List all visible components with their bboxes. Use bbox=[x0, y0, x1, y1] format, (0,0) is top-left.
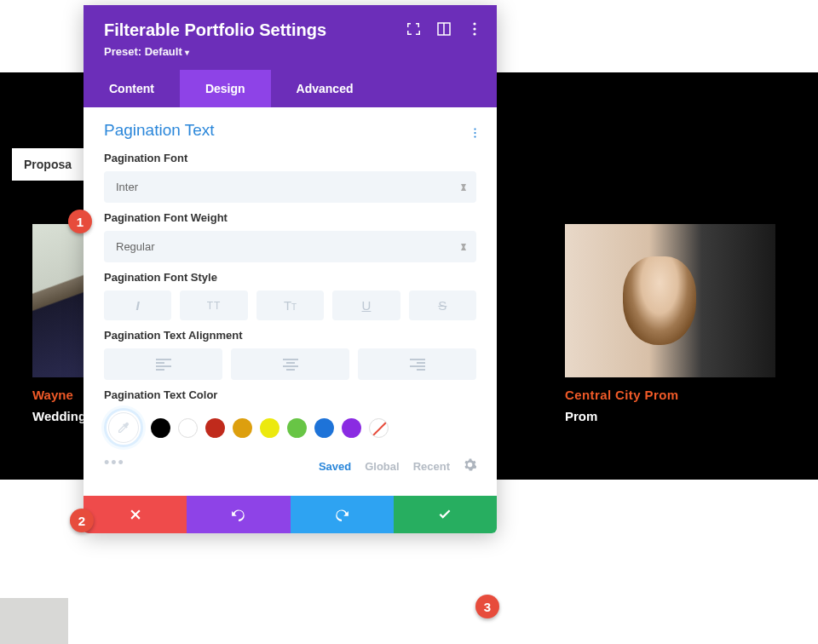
portfolio-title[interactable]: Wayne bbox=[32, 388, 84, 402]
check-icon bbox=[437, 507, 452, 522]
section-title[interactable]: Pagination Text bbox=[104, 121, 476, 140]
portfolio-card-right[interactable]: Central City Prom Prom bbox=[565, 224, 775, 423]
select-value: Inter bbox=[116, 181, 138, 193]
settings-modal: Filterable Portfolio Settings Preset: De… bbox=[84, 5, 497, 533]
label-font-style: Pagination Font Style bbox=[104, 271, 476, 284]
portfolio-category[interactable]: Wedding bbox=[32, 409, 84, 423]
section-title-text: Pagination Text bbox=[104, 121, 215, 139]
filter-tab[interactable]: Proposa bbox=[12, 148, 84, 181]
preset-dropdown[interactable]: Preset: Default bbox=[104, 45, 476, 58]
svg-rect-11 bbox=[156, 369, 164, 371]
style-strike-button[interactable]: S bbox=[409, 290, 476, 320]
redo-icon bbox=[334, 507, 349, 522]
expand-icon[interactable] bbox=[406, 22, 420, 36]
eyedropper-button[interactable] bbox=[104, 408, 143, 447]
swatch-purple[interactable] bbox=[342, 418, 361, 438]
svg-rect-16 bbox=[410, 359, 425, 360]
swatch-green[interactable] bbox=[287, 418, 307, 438]
svg-rect-15 bbox=[286, 369, 295, 371]
swatch-red[interactable] bbox=[205, 418, 225, 438]
align-left-button[interactable] bbox=[104, 348, 222, 380]
swatch-blue[interactable] bbox=[314, 418, 334, 438]
pagination-weight-select[interactable]: Regular bbox=[104, 231, 476, 262]
portfolio-category[interactable]: Prom bbox=[565, 409, 775, 423]
pagination-font-select[interactable]: Inter bbox=[104, 171, 476, 203]
svg-point-5 bbox=[474, 128, 475, 129]
style-italic-button[interactable]: I bbox=[104, 290, 171, 320]
palette-recent-tab[interactable]: Recent bbox=[413, 460, 450, 473]
tab-advanced[interactable]: Advanced bbox=[271, 70, 379, 107]
modal-header: Filterable Portfolio Settings Preset: De… bbox=[84, 5, 497, 70]
modal-tabs: Content Design Advanced bbox=[84, 70, 497, 107]
palette-settings-icon[interactable] bbox=[464, 458, 476, 474]
bg-gray-block bbox=[0, 598, 68, 644]
close-icon bbox=[128, 507, 143, 522]
tab-content[interactable]: Content bbox=[84, 70, 180, 107]
label-pagination-weight: Pagination Font Weight bbox=[104, 211, 476, 224]
swatch-none[interactable] bbox=[369, 418, 389, 438]
portfolio-card-left[interactable]: Wayne Wedding bbox=[32, 224, 84, 423]
cancel-button[interactable] bbox=[84, 496, 187, 533]
style-underline-button[interactable]: U bbox=[332, 290, 400, 320]
annotation-3: 3 bbox=[475, 595, 499, 618]
label-text-alignment: Pagination Text Alignment bbox=[104, 329, 476, 342]
svg-point-4 bbox=[473, 32, 475, 35]
svg-rect-9 bbox=[156, 362, 164, 364]
svg-rect-13 bbox=[286, 362, 295, 364]
columns-icon[interactable] bbox=[437, 22, 451, 36]
portfolio-title[interactable]: Central City Prom bbox=[565, 388, 775, 402]
page-2[interactable]: 2 bbox=[704, 491, 713, 505]
svg-rect-8 bbox=[156, 359, 171, 360]
style-capitalize-button[interactable]: TT bbox=[256, 290, 324, 320]
svg-rect-10 bbox=[156, 365, 171, 367]
svg-point-3 bbox=[473, 27, 475, 30]
svg-rect-14 bbox=[283, 365, 298, 367]
swatch-black[interactable] bbox=[151, 418, 170, 438]
palette-global-tab[interactable]: Global bbox=[365, 460, 399, 473]
swatch-orange[interactable] bbox=[233, 418, 252, 438]
annotation-2: 2 bbox=[70, 509, 94, 532]
section-kebab-icon[interactable] bbox=[474, 124, 476, 143]
kebab-icon[interactable] bbox=[468, 22, 481, 36]
pagination: 1 2 Next bbox=[669, 491, 775, 506]
select-value: Regular bbox=[116, 240, 155, 253]
svg-rect-19 bbox=[417, 369, 425, 371]
svg-point-7 bbox=[474, 135, 475, 137]
page-next[interactable]: Next bbox=[732, 491, 769, 505]
save-button[interactable] bbox=[394, 496, 497, 533]
undo-icon bbox=[231, 507, 246, 522]
svg-rect-17 bbox=[417, 362, 425, 364]
svg-rect-18 bbox=[410, 365, 425, 367]
label-text-color: Pagination Text Color bbox=[104, 388, 476, 401]
modal-footer bbox=[84, 496, 497, 533]
style-uppercase-button[interactable]: TT bbox=[180, 290, 247, 320]
undo-button[interactable] bbox=[187, 496, 290, 533]
align-right-button[interactable] bbox=[358, 348, 476, 380]
redo-button[interactable] bbox=[291, 496, 394, 533]
svg-point-2 bbox=[473, 22, 475, 25]
label-pagination-font: Pagination Font bbox=[104, 152, 476, 164]
palette-tabs: Saved Global Recent bbox=[104, 458, 476, 474]
modal-body: Pagination Text Pagination Font Inter Pa… bbox=[84, 107, 497, 480]
swatch-yellow[interactable] bbox=[260, 418, 279, 438]
portfolio-thumb bbox=[565, 224, 775, 377]
swatch-white[interactable] bbox=[178, 418, 198, 438]
palette-saved-tab[interactable]: Saved bbox=[319, 460, 351, 473]
svg-rect-12 bbox=[283, 359, 298, 360]
color-swatches bbox=[104, 408, 476, 447]
align-center-button[interactable] bbox=[231, 348, 349, 380]
svg-point-6 bbox=[474, 132, 475, 134]
eyedropper-icon bbox=[117, 421, 130, 434]
tab-design[interactable]: Design bbox=[180, 70, 271, 107]
annotation-1: 1 bbox=[68, 210, 92, 233]
portfolio-thumb bbox=[32, 224, 84, 377]
page-1[interactable]: 1 bbox=[676, 491, 685, 505]
